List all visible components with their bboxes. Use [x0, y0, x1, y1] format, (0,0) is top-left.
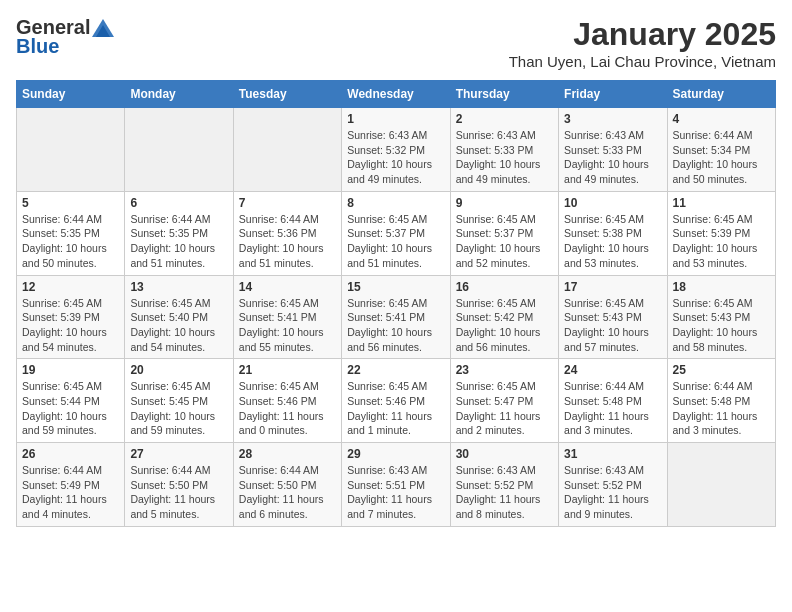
day-info: Sunrise: 6:44 AMSunset: 5:34 PMDaylight:… — [673, 128, 770, 187]
day-header-sunday: Sunday — [17, 81, 125, 108]
day-number: 6 — [130, 196, 227, 210]
day-number: 7 — [239, 196, 336, 210]
week-row-4: 19Sunrise: 6:45 AMSunset: 5:44 PMDayligh… — [17, 359, 776, 443]
day-info: Sunrise: 6:45 AMSunset: 5:46 PMDaylight:… — [239, 379, 336, 438]
day-info: Sunrise: 6:44 AMSunset: 5:48 PMDaylight:… — [673, 379, 770, 438]
day-number: 30 — [456, 447, 553, 461]
day-number: 14 — [239, 280, 336, 294]
day-header-friday: Friday — [559, 81, 667, 108]
calendar-cell: 16Sunrise: 6:45 AMSunset: 5:42 PMDayligh… — [450, 275, 558, 359]
calendar-cell — [17, 108, 125, 192]
calendar-cell: 3Sunrise: 6:43 AMSunset: 5:33 PMDaylight… — [559, 108, 667, 192]
day-info: Sunrise: 6:44 AMSunset: 5:49 PMDaylight:… — [22, 463, 119, 522]
calendar-cell: 26Sunrise: 6:44 AMSunset: 5:49 PMDayligh… — [17, 443, 125, 527]
calendar-cell: 1Sunrise: 6:43 AMSunset: 5:32 PMDaylight… — [342, 108, 450, 192]
calendar-cell: 17Sunrise: 6:45 AMSunset: 5:43 PMDayligh… — [559, 275, 667, 359]
day-number: 13 — [130, 280, 227, 294]
day-info: Sunrise: 6:45 AMSunset: 5:46 PMDaylight:… — [347, 379, 444, 438]
days-header-row: SundayMondayTuesdayWednesdayThursdayFrid… — [17, 81, 776, 108]
calendar-cell: 6Sunrise: 6:44 AMSunset: 5:35 PMDaylight… — [125, 191, 233, 275]
day-number: 8 — [347, 196, 444, 210]
day-info: Sunrise: 6:45 AMSunset: 5:37 PMDaylight:… — [347, 212, 444, 271]
calendar-cell: 29Sunrise: 6:43 AMSunset: 5:51 PMDayligh… — [342, 443, 450, 527]
logo-blue-text: Blue — [16, 35, 59, 58]
day-number: 25 — [673, 363, 770, 377]
day-number: 22 — [347, 363, 444, 377]
day-info: Sunrise: 6:43 AMSunset: 5:52 PMDaylight:… — [564, 463, 661, 522]
calendar-cell: 30Sunrise: 6:43 AMSunset: 5:52 PMDayligh… — [450, 443, 558, 527]
logo-icon — [92, 19, 114, 37]
day-header-wednesday: Wednesday — [342, 81, 450, 108]
calendar-cell — [125, 108, 233, 192]
calendar-cell: 11Sunrise: 6:45 AMSunset: 5:39 PMDayligh… — [667, 191, 775, 275]
day-number: 11 — [673, 196, 770, 210]
calendar-table: SundayMondayTuesdayWednesdayThursdayFrid… — [16, 80, 776, 527]
day-number: 27 — [130, 447, 227, 461]
day-number: 4 — [673, 112, 770, 126]
day-info: Sunrise: 6:43 AMSunset: 5:32 PMDaylight:… — [347, 128, 444, 187]
day-info: Sunrise: 6:45 AMSunset: 5:38 PMDaylight:… — [564, 212, 661, 271]
calendar-cell: 23Sunrise: 6:45 AMSunset: 5:47 PMDayligh… — [450, 359, 558, 443]
week-row-1: 1Sunrise: 6:43 AMSunset: 5:32 PMDaylight… — [17, 108, 776, 192]
calendar-cell: 22Sunrise: 6:45 AMSunset: 5:46 PMDayligh… — [342, 359, 450, 443]
day-number: 19 — [22, 363, 119, 377]
day-info: Sunrise: 6:44 AMSunset: 5:48 PMDaylight:… — [564, 379, 661, 438]
day-info: Sunrise: 6:45 AMSunset: 5:41 PMDaylight:… — [347, 296, 444, 355]
day-number: 23 — [456, 363, 553, 377]
day-number: 5 — [22, 196, 119, 210]
day-number: 31 — [564, 447, 661, 461]
day-number: 16 — [456, 280, 553, 294]
day-info: Sunrise: 6:45 AMSunset: 5:44 PMDaylight:… — [22, 379, 119, 438]
day-info: Sunrise: 6:45 AMSunset: 5:43 PMDaylight:… — [673, 296, 770, 355]
day-header-tuesday: Tuesday — [233, 81, 341, 108]
day-number: 20 — [130, 363, 227, 377]
day-number: 18 — [673, 280, 770, 294]
day-info: Sunrise: 6:44 AMSunset: 5:50 PMDaylight:… — [239, 463, 336, 522]
calendar-cell: 4Sunrise: 6:44 AMSunset: 5:34 PMDaylight… — [667, 108, 775, 192]
day-info: Sunrise: 6:44 AMSunset: 5:36 PMDaylight:… — [239, 212, 336, 271]
calendar-cell: 7Sunrise: 6:44 AMSunset: 5:36 PMDaylight… — [233, 191, 341, 275]
day-number: 2 — [456, 112, 553, 126]
calendar-cell: 18Sunrise: 6:45 AMSunset: 5:43 PMDayligh… — [667, 275, 775, 359]
day-header-thursday: Thursday — [450, 81, 558, 108]
day-number: 9 — [456, 196, 553, 210]
day-info: Sunrise: 6:43 AMSunset: 5:33 PMDaylight:… — [456, 128, 553, 187]
calendar-cell: 14Sunrise: 6:45 AMSunset: 5:41 PMDayligh… — [233, 275, 341, 359]
calendar-cell: 31Sunrise: 6:43 AMSunset: 5:52 PMDayligh… — [559, 443, 667, 527]
day-info: Sunrise: 6:44 AMSunset: 5:50 PMDaylight:… — [130, 463, 227, 522]
week-row-5: 26Sunrise: 6:44 AMSunset: 5:49 PMDayligh… — [17, 443, 776, 527]
calendar-subtitle: Than Uyen, Lai Chau Province, Vietnam — [509, 53, 776, 70]
logo: General Blue — [16, 16, 114, 58]
calendar-cell: 12Sunrise: 6:45 AMSunset: 5:39 PMDayligh… — [17, 275, 125, 359]
calendar-cell: 5Sunrise: 6:44 AMSunset: 5:35 PMDaylight… — [17, 191, 125, 275]
calendar-cell: 10Sunrise: 6:45 AMSunset: 5:38 PMDayligh… — [559, 191, 667, 275]
day-info: Sunrise: 6:45 AMSunset: 5:39 PMDaylight:… — [673, 212, 770, 271]
day-number: 21 — [239, 363, 336, 377]
title-area: January 2025 Than Uyen, Lai Chau Provinc… — [509, 16, 776, 70]
calendar-cell: 21Sunrise: 6:45 AMSunset: 5:46 PMDayligh… — [233, 359, 341, 443]
day-info: Sunrise: 6:45 AMSunset: 5:43 PMDaylight:… — [564, 296, 661, 355]
day-info: Sunrise: 6:43 AMSunset: 5:33 PMDaylight:… — [564, 128, 661, 187]
day-number: 10 — [564, 196, 661, 210]
calendar-cell — [233, 108, 341, 192]
day-header-monday: Monday — [125, 81, 233, 108]
week-row-3: 12Sunrise: 6:45 AMSunset: 5:39 PMDayligh… — [17, 275, 776, 359]
day-number: 12 — [22, 280, 119, 294]
day-info: Sunrise: 6:45 AMSunset: 5:41 PMDaylight:… — [239, 296, 336, 355]
day-info: Sunrise: 6:45 AMSunset: 5:37 PMDaylight:… — [456, 212, 553, 271]
calendar-cell: 9Sunrise: 6:45 AMSunset: 5:37 PMDaylight… — [450, 191, 558, 275]
day-number: 24 — [564, 363, 661, 377]
calendar-cell: 19Sunrise: 6:45 AMSunset: 5:44 PMDayligh… — [17, 359, 125, 443]
day-info: Sunrise: 6:44 AMSunset: 5:35 PMDaylight:… — [130, 212, 227, 271]
day-info: Sunrise: 6:45 AMSunset: 5:40 PMDaylight:… — [130, 296, 227, 355]
day-number: 17 — [564, 280, 661, 294]
day-number: 26 — [22, 447, 119, 461]
day-number: 29 — [347, 447, 444, 461]
day-header-saturday: Saturday — [667, 81, 775, 108]
day-info: Sunrise: 6:45 AMSunset: 5:45 PMDaylight:… — [130, 379, 227, 438]
calendar-cell: 15Sunrise: 6:45 AMSunset: 5:41 PMDayligh… — [342, 275, 450, 359]
calendar-cell: 28Sunrise: 6:44 AMSunset: 5:50 PMDayligh… — [233, 443, 341, 527]
day-info: Sunrise: 6:44 AMSunset: 5:35 PMDaylight:… — [22, 212, 119, 271]
day-number: 15 — [347, 280, 444, 294]
day-info: Sunrise: 6:45 AMSunset: 5:47 PMDaylight:… — [456, 379, 553, 438]
